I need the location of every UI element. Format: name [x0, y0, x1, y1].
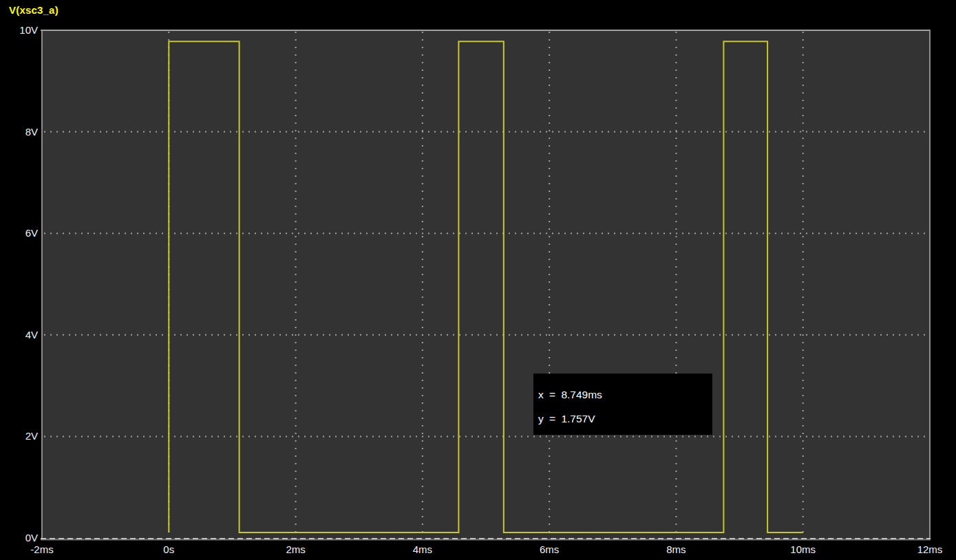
trace-legend-label: V(xsc3_a): [9, 4, 59, 16]
waveform-plot-area[interactable]: [41, 29, 931, 541]
x-tick-label: 2ms: [286, 543, 305, 557]
grapher-window: V(xsc3_a) 0V2V4V6V8V10V -2ms0s2ms4ms6ms8…: [0, 0, 956, 560]
y-tick-label: 8V: [3, 125, 38, 139]
y-tick-label: 4V: [3, 328, 38, 342]
x-tick-label: 8ms: [666, 543, 686, 557]
x-tick-label: -2ms: [30, 543, 53, 557]
x-tick-label: 6ms: [540, 543, 559, 557]
x-tick-label: 12ms: [917, 543, 943, 557]
x-tick-label: 4ms: [413, 543, 432, 557]
plot-background: [42, 30, 930, 538]
cursor-readout-tooltip: x = 8.749ms y = 1.757V: [533, 374, 712, 435]
x-tick-label: 0s: [163, 543, 174, 557]
y-tick-label: 10V: [3, 23, 38, 37]
cursor-y-value: y = 1.757V: [538, 407, 712, 431]
y-tick-label: 2V: [3, 429, 38, 443]
cursor-x-value: x = 8.749ms: [538, 383, 712, 407]
x-tick-label: 10ms: [790, 543, 816, 557]
y-tick-label: 6V: [3, 226, 38, 240]
